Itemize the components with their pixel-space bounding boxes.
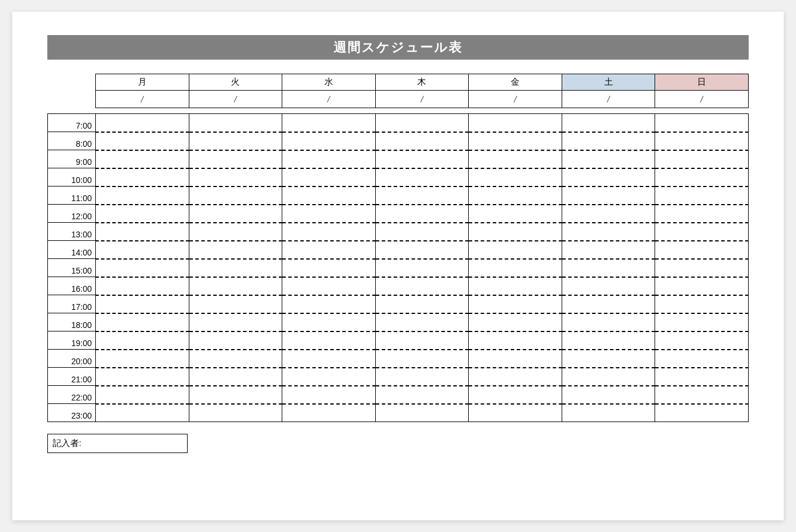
- schedule-slot[interactable]: [96, 259, 189, 277]
- schedule-slot[interactable]: [282, 132, 376, 150]
- schedule-slot[interactable]: [96, 350, 189, 368]
- schedule-slot[interactable]: [189, 313, 282, 331]
- schedule-slot[interactable]: [469, 313, 562, 331]
- schedule-slot[interactable]: [562, 205, 655, 223]
- schedule-slot[interactable]: [655, 114, 749, 132]
- schedule-slot[interactable]: [562, 386, 655, 404]
- schedule-slot[interactable]: [282, 205, 376, 223]
- schedule-slot[interactable]: [562, 259, 655, 277]
- schedule-slot[interactable]: [562, 331, 655, 350]
- schedule-slot[interactable]: [375, 331, 469, 350]
- schedule-slot[interactable]: [96, 205, 189, 223]
- schedule-slot[interactable]: [189, 114, 282, 132]
- schedule-slot[interactable]: [189, 132, 282, 150]
- schedule-slot[interactable]: [96, 386, 189, 404]
- schedule-slot[interactable]: [375, 186, 469, 205]
- schedule-slot[interactable]: [562, 350, 655, 368]
- schedule-slot[interactable]: [189, 150, 282, 168]
- schedule-slot[interactable]: [562, 277, 655, 295]
- schedule-slot[interactable]: [655, 404, 749, 422]
- schedule-slot[interactable]: [189, 168, 282, 186]
- schedule-slot[interactable]: [282, 331, 376, 350]
- schedule-slot[interactable]: [469, 259, 562, 277]
- schedule-slot[interactable]: [375, 350, 469, 368]
- schedule-slot[interactable]: [96, 186, 189, 205]
- schedule-slot[interactable]: [655, 223, 749, 241]
- schedule-slot[interactable]: [189, 241, 282, 259]
- schedule-slot[interactable]: [189, 186, 282, 205]
- schedule-slot[interactable]: [282, 259, 376, 277]
- schedule-slot[interactable]: [562, 114, 655, 132]
- schedule-slot[interactable]: [96, 277, 189, 295]
- schedule-slot[interactable]: [96, 168, 189, 186]
- schedule-slot[interactable]: [282, 241, 376, 259]
- schedule-slot[interactable]: [469, 277, 562, 295]
- schedule-slot[interactable]: [469, 114, 562, 132]
- schedule-slot[interactable]: [375, 368, 469, 386]
- schedule-slot[interactable]: [375, 404, 469, 422]
- schedule-slot[interactable]: [655, 150, 749, 168]
- date-fri[interactable]: /: [469, 91, 562, 108]
- schedule-slot[interactable]: [282, 277, 376, 295]
- schedule-slot[interactable]: [96, 223, 189, 241]
- schedule-slot[interactable]: [282, 114, 376, 132]
- author-box[interactable]: 記入者:: [47, 434, 188, 453]
- schedule-slot[interactable]: [189, 205, 282, 223]
- schedule-slot[interactable]: [469, 404, 562, 422]
- schedule-slot[interactable]: [562, 295, 655, 313]
- schedule-slot[interactable]: [655, 368, 749, 386]
- schedule-slot[interactable]: [375, 313, 469, 331]
- schedule-slot[interactable]: [375, 277, 469, 295]
- schedule-slot[interactable]: [189, 277, 282, 295]
- schedule-slot[interactable]: [562, 368, 655, 386]
- schedule-slot[interactable]: [96, 132, 189, 150]
- schedule-slot[interactable]: [282, 386, 376, 404]
- schedule-slot[interactable]: [96, 150, 189, 168]
- schedule-slot[interactable]: [469, 368, 562, 386]
- schedule-slot[interactable]: [282, 186, 376, 205]
- schedule-slot[interactable]: [562, 132, 655, 150]
- schedule-slot[interactable]: [655, 132, 749, 150]
- schedule-slot[interactable]: [562, 150, 655, 168]
- schedule-slot[interactable]: [469, 132, 562, 150]
- schedule-slot[interactable]: [655, 295, 749, 313]
- schedule-slot[interactable]: [655, 241, 749, 259]
- schedule-slot[interactable]: [469, 295, 562, 313]
- schedule-slot[interactable]: [375, 150, 469, 168]
- schedule-slot[interactable]: [282, 368, 376, 386]
- schedule-slot[interactable]: [375, 241, 469, 259]
- schedule-slot[interactable]: [469, 168, 562, 186]
- schedule-slot[interactable]: [282, 223, 376, 241]
- schedule-slot[interactable]: [189, 350, 282, 368]
- schedule-slot[interactable]: [469, 350, 562, 368]
- schedule-slot[interactable]: [96, 331, 189, 350]
- schedule-slot[interactable]: [189, 295, 282, 313]
- schedule-slot[interactable]: [655, 186, 749, 205]
- schedule-slot[interactable]: [282, 313, 376, 331]
- schedule-slot[interactable]: [562, 186, 655, 205]
- schedule-slot[interactable]: [469, 223, 562, 241]
- schedule-slot[interactable]: [469, 186, 562, 205]
- schedule-slot[interactable]: [562, 404, 655, 422]
- schedule-slot[interactable]: [655, 259, 749, 277]
- schedule-slot[interactable]: [655, 350, 749, 368]
- schedule-slot[interactable]: [375, 223, 469, 241]
- schedule-slot[interactable]: [96, 241, 189, 259]
- schedule-slot[interactable]: [655, 331, 749, 350]
- schedule-slot[interactable]: [375, 386, 469, 404]
- schedule-slot[interactable]: [469, 205, 562, 223]
- schedule-slot[interactable]: [562, 313, 655, 331]
- schedule-slot[interactable]: [96, 313, 189, 331]
- schedule-slot[interactable]: [562, 168, 655, 186]
- schedule-slot[interactable]: [375, 259, 469, 277]
- schedule-slot[interactable]: [375, 114, 469, 132]
- schedule-slot[interactable]: [189, 223, 282, 241]
- schedule-slot[interactable]: [655, 277, 749, 295]
- date-sun[interactable]: /: [655, 91, 749, 108]
- schedule-slot[interactable]: [282, 168, 376, 186]
- schedule-slot[interactable]: [469, 386, 562, 404]
- schedule-slot[interactable]: [96, 368, 189, 386]
- schedule-slot[interactable]: [469, 331, 562, 350]
- schedule-slot[interactable]: [96, 295, 189, 313]
- schedule-slot[interactable]: [282, 350, 376, 368]
